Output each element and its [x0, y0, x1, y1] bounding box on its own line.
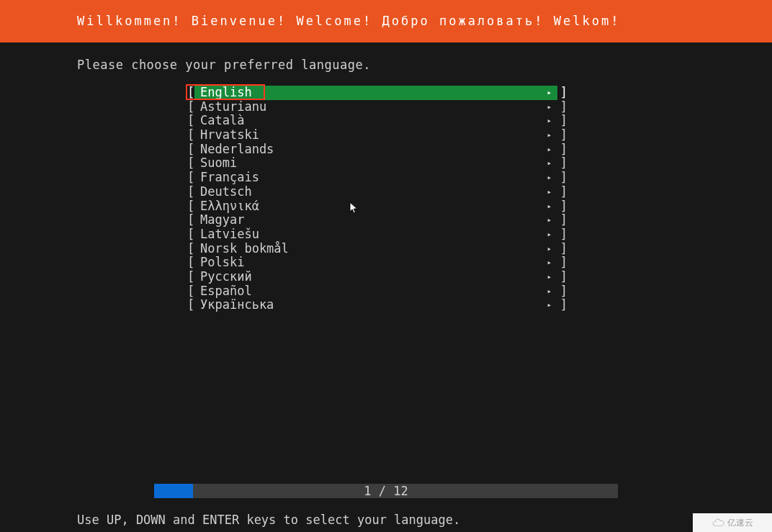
language-option[interactable]: [ Español▸]	[187, 284, 569, 299]
submenu-arrow-icon: ▸	[547, 114, 552, 128]
submenu-arrow-icon: ▸	[547, 128, 552, 143]
language-option[interactable]: [ Français▸]	[187, 171, 569, 185]
submenu-arrow-icon: ▸	[547, 100, 552, 114]
progress-bar: 1 / 12	[154, 484, 618, 498]
submenu-arrow-icon: ▸	[547, 284, 552, 299]
language-label: Русский	[200, 269, 252, 284]
cloud-icon	[712, 518, 724, 528]
submenu-arrow-icon: ▸	[547, 86, 552, 100]
progress-text: 1 / 12	[154, 484, 618, 498]
submenu-arrow-icon: ▸	[547, 256, 552, 270]
right-bracket: ]	[560, 199, 567, 214]
submenu-arrow-icon: ▸	[547, 298, 552, 312]
language-label: Polski	[200, 255, 244, 269]
language-list[interactable]: [ English▸][ Asturianu▸][ Català▸][ Hrva…	[187, 86, 569, 312]
left-bracket: [	[187, 256, 200, 270]
language-option[interactable]: [ Latviešu▸]	[187, 227, 569, 242]
submenu-arrow-icon: ▸	[547, 156, 552, 171]
footer-hint: Use UP, DOWN and ENTER keys to select yo…	[77, 513, 460, 527]
submenu-arrow-icon: ▸	[547, 171, 552, 185]
right-bracket: ]	[560, 100, 567, 114]
left-bracket: [	[187, 185, 200, 199]
watermark-text: 亿速云	[727, 517, 753, 529]
language-option[interactable]: [ Asturianu▸]	[187, 100, 569, 114]
right-bracket: ]	[560, 298, 567, 312]
left-bracket: [	[187, 298, 200, 312]
right-bracket: ]	[560, 185, 567, 199]
left-bracket: [	[187, 242, 200, 256]
right-bracket: ]	[560, 143, 567, 157]
language-option[interactable]: [ Magyar▸]	[187, 213, 569, 227]
right-bracket: ]	[560, 213, 567, 227]
submenu-arrow-icon: ▸	[547, 213, 552, 227]
language-option[interactable]: [ Ελληνικά▸]	[187, 199, 569, 214]
installer-header: Willkommen! Bienvenue! Welcome! Добро по…	[0, 0, 772, 42]
left-bracket: [	[187, 213, 200, 227]
right-bracket: ]	[560, 128, 567, 143]
language-label: Suomi	[200, 155, 237, 170]
right-bracket: ]	[560, 171, 567, 185]
language-label: Ελληνικά	[200, 199, 259, 213]
submenu-arrow-icon: ▸	[547, 199, 552, 214]
left-bracket: [	[187, 114, 200, 128]
language-label: Asturianu	[200, 99, 266, 114]
language-option[interactable]: [ English▸]	[187, 86, 569, 100]
language-label: Latviešu	[200, 227, 259, 241]
left-bracket: [	[187, 270, 200, 284]
left-bracket: [	[187, 143, 200, 157]
right-bracket: ]	[560, 284, 567, 299]
language-label: Nederlands	[200, 142, 274, 156]
language-option[interactable]: [ Suomi▸]	[187, 156, 569, 171]
submenu-arrow-icon: ▸	[547, 270, 552, 284]
language-label: Hrvatski	[200, 127, 259, 142]
left-bracket: [	[187, 171, 200, 185]
language-option[interactable]: [ Deutsch▸]	[187, 185, 569, 199]
language-option[interactable]: [ Català▸]	[187, 114, 569, 128]
language-label: Español	[200, 284, 252, 298]
submenu-arrow-icon: ▸	[547, 143, 552, 157]
right-bracket: ]	[560, 242, 567, 256]
right-bracket: ]	[560, 114, 567, 128]
installer-body: Please choose your preferred language. […	[0, 42, 772, 532]
left-bracket: [	[187, 128, 200, 143]
language-option[interactable]: [ Русский▸]	[187, 270, 569, 284]
language-option[interactable]: [ Nederlands▸]	[187, 143, 569, 157]
language-label: Norsk bokmål	[200, 241, 289, 256]
submenu-arrow-icon: ▸	[547, 185, 552, 199]
right-bracket: ]	[560, 270, 567, 284]
watermark: 亿速云	[693, 513, 772, 532]
right-bracket: ]	[560, 156, 567, 171]
language-option[interactable]: [ Українська▸]	[187, 298, 569, 312]
prompt-text: Please choose your preferred language.	[77, 58, 371, 72]
language-label: Українська	[200, 297, 274, 312]
left-bracket: [	[187, 100, 200, 114]
language-label: English	[200, 85, 252, 99]
left-bracket: [	[187, 227, 200, 242]
language-option[interactable]: [ Polski▸]	[187, 256, 569, 270]
language-option[interactable]: [ Norsk bokmål▸]	[187, 242, 569, 256]
left-bracket: [	[187, 86, 200, 100]
language-label: Magyar	[200, 212, 244, 227]
language-label: Deutsch	[200, 184, 252, 199]
left-bracket: [	[187, 284, 200, 299]
submenu-arrow-icon: ▸	[547, 227, 552, 242]
submenu-arrow-icon: ▸	[547, 242, 552, 256]
left-bracket: [	[187, 199, 200, 214]
language-option[interactable]: [ Hrvatski▸]	[187, 128, 569, 143]
right-bracket: ]	[560, 227, 567, 242]
language-label: Català	[200, 113, 244, 127]
language-label: Français	[200, 170, 259, 184]
right-bracket: ]	[560, 86, 567, 100]
right-bracket: ]	[560, 256, 567, 270]
header-title: Willkommen! Bienvenue! Welcome! Добро по…	[77, 14, 620, 28]
left-bracket: [	[187, 156, 200, 171]
